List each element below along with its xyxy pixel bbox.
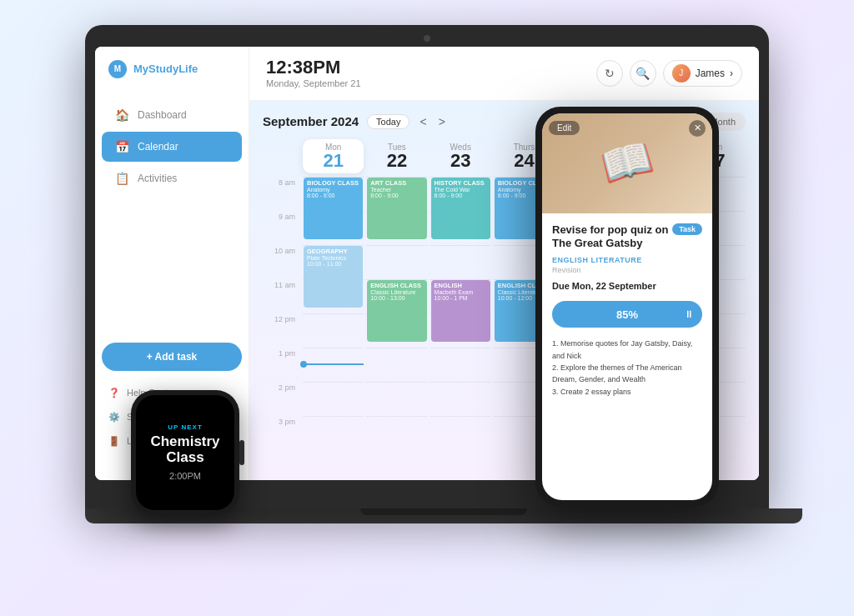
- dashboard-icon: 🏠: [115, 108, 129, 122]
- sidebar-item-dashboard[interactable]: 🏠 Dashboard: [102, 100, 242, 130]
- app-name: MyStudyLife: [133, 63, 198, 75]
- time-9am: 9 am: [263, 211, 300, 243]
- note-2: 2. Explore the themes of The American Dr…: [552, 362, 702, 386]
- event-english-tue[interactable]: ENGLISH CLASSClassic Literature 10:00 - …: [367, 280, 426, 342]
- task-title: Revise for pop quiz on The Great Gatsby: [552, 223, 672, 252]
- event-art-tue[interactable]: ART CLASSTeacher 8:00 - 9:00: [367, 178, 426, 239]
- watch-time: 2:00PM: [169, 471, 201, 481]
- task-notes: 1. Memorise quotes for Jay Gatsby, Daisy…: [552, 338, 702, 398]
- phone-edit-bar: Edit ✕: [549, 120, 706, 137]
- watch-screen: UP NEXT Chemistry Class 2:00PM: [136, 395, 234, 510]
- day-header-tue: Tues 22: [366, 139, 427, 173]
- current-time-line: [303, 363, 364, 365]
- cell-wed-1: [430, 348, 491, 379]
- logout-icon: 🚪: [108, 436, 120, 447]
- refresh-button[interactable]: ↻: [596, 60, 623, 87]
- search-icon: 🔍: [635, 67, 650, 80]
- cell-wed-11: ENGLISHMacbeth Exam 10:00 - 1 PM: [430, 279, 491, 311]
- cell-wed-3: [430, 416, 491, 435]
- day-header-mon: Mon 21: [303, 139, 364, 173]
- cell-mon-8: BIOLOGY CLASSAnatomy 8:00 - 9:00: [303, 177, 364, 208]
- user-name: James: [696, 68, 725, 79]
- sidebar-nav: 🏠 Dashboard 📅 Calendar 📋 Activities: [95, 92, 249, 329]
- event-biology-mon[interactable]: BIOLOGY CLASSAnatomy 8:00 - 9:00: [304, 178, 363, 239]
- search-button[interactable]: 🔍: [630, 60, 656, 87]
- cell-wed-2: [430, 382, 491, 413]
- calendar-title: September 2024: [263, 114, 359, 128]
- current-time: 12:38PM: [266, 58, 361, 77]
- top-bar: 12:38PM Monday, September 21 ↻ 🔍 J: [249, 47, 759, 101]
- cell-tue-1: [366, 348, 427, 379]
- phone-screen: Edit ✕ Revise for pop quiz on The Great …: [542, 113, 712, 500]
- progress-value: 85%: [616, 308, 638, 321]
- cell-mon-3: [303, 416, 364, 435]
- close-button[interactable]: ✕: [689, 120, 706, 137]
- event-english-wed[interactable]: ENGLISHMacbeth Exam 10:00 - 1 PM: [431, 280, 490, 342]
- note-1: 1. Memorise quotes for Jay Gatsby, Daisy…: [552, 338, 702, 362]
- scene: M MyStudyLife 🏠 Dashboard 📅 Calendar: [60, 25, 794, 592]
- logo-icon: M: [108, 60, 127, 78]
- task-due-date: Due Mon, 22 September: [552, 281, 702, 291]
- current-date: Monday, September 21: [266, 78, 361, 88]
- phone-top-image: Edit ✕: [542, 113, 712, 213]
- today-button[interactable]: Today: [367, 114, 409, 129]
- add-task-button[interactable]: + Add task: [102, 343, 242, 371]
- progress-bar[interactable]: 85% ⏸: [552, 301, 702, 328]
- cell-tue-8: ART CLASSTeacher 8:00 - 9:00: [366, 177, 427, 208]
- edit-button[interactable]: Edit: [549, 121, 580, 135]
- time-11am: 11 am: [263, 279, 300, 311]
- cell-tue-10: [366, 245, 427, 277]
- cell-mon-1: [303, 348, 364, 379]
- task-header: Revise for pop quiz on The Great Gatsby …: [552, 223, 702, 252]
- settings-icon: ⚙️: [108, 412, 120, 423]
- event-geography-mon[interactable]: GEOGRAPHYPlate Tectonics 10:00 - 11:00: [304, 246, 363, 308]
- time-12pm: 12 pm: [263, 313, 300, 345]
- cell-mon-12: [303, 313, 364, 345]
- cell-mon-2: [303, 382, 364, 413]
- top-actions: ↻ 🔍 J James ›: [596, 60, 742, 87]
- calendar-label: Calendar: [138, 141, 178, 153]
- cell-mon-10: GEOGRAPHYPlate Tectonics 10:00 - 11:00: [303, 245, 364, 277]
- app-logo: M MyStudyLife: [95, 60, 249, 92]
- event-history-wed[interactable]: HISTORY CLASSThe Cold War 8:00 - 9:00: [431, 178, 490, 239]
- watch-crown: [239, 440, 244, 465]
- task-type-badge: Task: [672, 223, 702, 235]
- prev-button[interactable]: <: [418, 115, 428, 128]
- time-block: 12:38PM Monday, September 21: [266, 58, 361, 88]
- laptop: M MyStudyLife 🏠 Dashboard 📅 Calendar: [85, 25, 769, 523]
- note-3: 3. Create 2 essay plans: [552, 386, 702, 398]
- next-button[interactable]: >: [437, 115, 447, 128]
- sidebar-item-calendar[interactable]: 📅 Calendar: [102, 132, 242, 162]
- cell-wed-10: [430, 245, 491, 277]
- phone-body: Revise for pop quiz on The Great Gatsby …: [542, 213, 712, 500]
- task-subject: ENGLISH LITERATURE: [552, 256, 702, 264]
- time-8am: 8 am: [263, 177, 300, 208]
- time-2pm: 2 pm: [263, 382, 300, 413]
- watch-device: UP NEXT Chemistry Class 2:00PM: [131, 390, 239, 515]
- cell-tue-11: ENGLISH CLASSClassic Literature 10:00 - …: [366, 279, 427, 311]
- phone-device: Edit ✕ Revise for pop quiz on The Great …: [535, 107, 719, 507]
- cell-tue-3: [366, 416, 427, 435]
- time-10am: 10 am: [263, 245, 300, 277]
- sidebar-item-activities[interactable]: 📋 Activities: [102, 163, 242, 193]
- laptop-camera: [424, 35, 430, 42]
- avatar: J: [672, 64, 691, 83]
- help-icon: ❓: [108, 388, 120, 398]
- time-1pm: 1 pm: [263, 348, 300, 379]
- cell-wed-8: HISTORY CLASSThe Cold War 8:00 - 9:00: [430, 177, 491, 208]
- calendar-icon: 📅: [115, 140, 129, 153]
- activities-icon: 📋: [115, 172, 129, 185]
- activities-label: Activities: [138, 173, 177, 184]
- day-header-wed: Weds 23: [430, 139, 491, 173]
- chevron-icon: ›: [730, 68, 733, 79]
- dashboard-label: Dashboard: [138, 109, 187, 121]
- user-menu[interactable]: J James ›: [663, 60, 742, 87]
- time-3pm: 3 pm: [263, 416, 300, 435]
- refresh-icon: ↻: [605, 67, 615, 80]
- progress-handle-icon: ⏸: [684, 308, 694, 320]
- watch-class-name: Chemistry Class: [144, 434, 226, 465]
- watch-up-next-label: UP NEXT: [168, 423, 203, 431]
- task-type: Revision: [552, 266, 702, 274]
- cell-tue-2: [366, 382, 427, 413]
